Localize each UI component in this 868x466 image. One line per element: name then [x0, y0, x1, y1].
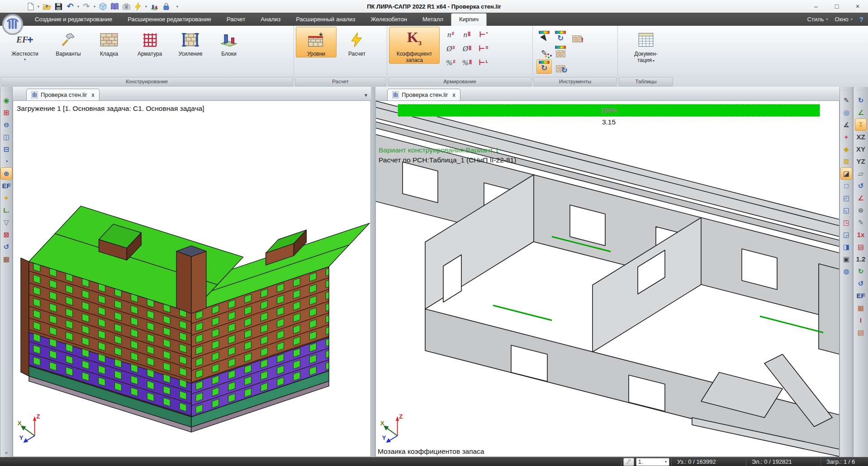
help-button[interactable]: ?: [859, 15, 863, 23]
select-mark-icon[interactable]: ◉: [0, 94, 12, 106]
settings-pencil-icon[interactable]: ✎: [855, 216, 867, 228]
measure-angle-icon[interactable]: ∡: [840, 119, 852, 131]
ribbon-tab[interactable]: Создание и редактирование: [27, 13, 120, 26]
masonry-error-icon[interactable]: !: [569, 29, 584, 44]
isometric-cube-icon[interactable]: [98, 1, 108, 11]
view-top-icon[interactable]: ◲: [840, 228, 852, 241]
anchor-l-icon[interactable]: ⊢L: [475, 58, 491, 72]
safety-factor-button[interactable]: Kз Коэффициентзапаса: [389, 27, 440, 64]
left-doc-tab[interactable]: Проверка стен.lir x: [26, 89, 100, 100]
axes-green-icon[interactable]: ∠: [855, 106, 867, 119]
select-rods-icon[interactable]: ⊖: [0, 119, 12, 131]
node-axes-icon[interactable]: +: [840, 131, 852, 143]
mark-node-icon[interactable]: ◆: [840, 143, 852, 155]
mosaic-refresh-icon[interactable]: ↻: [553, 59, 568, 74]
run-dropdown-icon[interactable]: ▾: [145, 5, 147, 9]
redo-dropdown-icon[interactable]: ▾: [94, 5, 95, 9]
tab-close-icon[interactable]: x: [452, 92, 455, 98]
panel-splitter[interactable]: [371, 87, 375, 457]
drop-view-icon[interactable]: ↧: [855, 119, 867, 131]
masonry-view-icon[interactable]: ▦: [855, 302, 867, 314]
rotate-one-icon[interactable]: ↺: [855, 277, 867, 290]
colorscale-refresh-icon[interactable]: ↻: [536, 59, 552, 74]
ribbon-tab[interactable]: Анализ: [253, 13, 288, 26]
filter-icon[interactable]: ▽: [0, 216, 12, 228]
view-left-icon[interactable]: ◱: [840, 204, 852, 216]
dimension-line-icon[interactable]: L.: [0, 204, 12, 216]
ribbon-tab[interactable]: Расширенный анализ: [288, 13, 363, 26]
window-menu[interactable]: Окно▾: [835, 16, 853, 23]
left-viewport[interactable]: Загружение 1 [1. Основная задача: С1. Ос…: [13, 101, 371, 457]
maximize-button[interactable]: □: [826, 0, 847, 12]
new-document-icon[interactable]: [25, 1, 35, 11]
lock-icon[interactable]: [161, 1, 171, 11]
ef-add-icon[interactable]: EF: [855, 290, 867, 302]
calculate-button[interactable]: Расчет: [337, 27, 377, 57]
flashlight-icon[interactable]: ✦: [0, 192, 12, 204]
select-vertical-plates-icon[interactable]: ◫: [0, 131, 12, 143]
levels-button[interactable]: Уровни: [296, 27, 337, 57]
view-shaded-icon[interactable]: ◨: [840, 241, 852, 253]
select-ef-icon[interactable]: EF: [0, 180, 12, 192]
refresh-mosaic-icon[interactable]: ↻: [553, 29, 568, 44]
ribbon-tab[interactable]: Железобетон: [363, 13, 415, 26]
flatten-model-icon[interactable]: ⊠: [840, 155, 852, 167]
anchor-s-icon[interactable]: ⊢S: [475, 44, 491, 58]
results-bars-icon[interactable]: [149, 1, 159, 11]
run-calculation-icon[interactable]: [133, 1, 143, 11]
select-nodes-icon[interactable]: ⊞: [0, 106, 12, 119]
undo-dropdown-icon[interactable]: ▾: [77, 5, 79, 9]
book-report-icon[interactable]: [109, 1, 119, 11]
save-icon[interactable]: [53, 1, 63, 11]
select-solids-icon[interactable]: ◔: [0, 155, 12, 167]
style-menu[interactable]: Стиль▾: [807, 16, 829, 23]
snapshot-icon[interactable]: [121, 1, 131, 11]
close-button[interactable]: ×: [847, 0, 868, 12]
rotate-green-icon[interactable]: ↻: [855, 265, 867, 277]
numbers-off-icon[interactable]: 1x: [855, 228, 867, 241]
mosaic-cursor-icon[interactable]: [536, 29, 552, 44]
view-isometric-icon[interactable]: ◪: [840, 167, 852, 180]
diameter-grid-icon[interactable]: Ø#: [442, 44, 459, 58]
masonry-small-icon[interactable]: ▤: [855, 326, 867, 338]
polyfilter-icon[interactable]: ⊠: [0, 228, 12, 241]
building-model[interactable]: [13, 101, 370, 456]
view-dimetric-icon[interactable]: ◰: [840, 192, 852, 204]
steel-beam-icon[interactable]: I: [855, 314, 867, 326]
view-perspective-icon[interactable]: ◍: [840, 265, 852, 277]
variants-button[interactable]: Варианты: [48, 27, 89, 57]
ribbon-tab[interactable]: Расширенное редактирование: [120, 13, 219, 26]
open-file-icon[interactable]: [42, 1, 52, 11]
view-solid-icon[interactable]: ▣: [840, 253, 852, 265]
new-dropdown-icon[interactable]: ▾: [38, 5, 39, 9]
redo-icon[interactable]: ↷: [81, 1, 91, 11]
select-block-icon[interactable]: ⊕: [0, 167, 12, 180]
customize-toolbar-icon[interactable]: ▾: [176, 5, 178, 9]
toolbar-overflow-icon[interactable]: »: [5, 450, 8, 455]
masonry-button[interactable]: Кладка: [89, 27, 129, 57]
rotate-ccw-icon[interactable]: ↺: [855, 180, 867, 192]
draw-measure-icon[interactable]: ✎: [840, 94, 852, 106]
projection-plane-icon[interactable]: ▱: [855, 167, 867, 180]
blocks-button[interactable]: Блоки: [211, 27, 247, 57]
flags-2b-icon[interactable]: ▤: [855, 241, 867, 253]
view-selection-icon[interactable]: ◳: [840, 216, 852, 228]
tab-list-dropdown-icon[interactable]: ▼: [364, 93, 368, 98]
view-front-icon[interactable]: □: [840, 180, 852, 192]
proj-xy-icon[interactable]: XY: [855, 143, 867, 155]
masonry-colorscale-icon[interactable]: [553, 44, 568, 59]
percent-bars-icon[interactable]: %|||: [459, 58, 475, 72]
status-hammer-icon[interactable]: [623, 458, 634, 466]
rebar-button[interactable]: Арматура: [129, 27, 170, 57]
rotate-view-icon[interactable]: ↻: [855, 94, 867, 106]
app-logo-icon[interactable]: [2, 14, 24, 35]
right-viewport[interactable]: 100% 3.15 Вариант конструирования:Вариан…: [375, 101, 840, 457]
select-horizontal-plates-icon[interactable]: ⊟: [0, 143, 12, 155]
proj-xz-icon[interactable]: XZ: [855, 131, 867, 143]
rotate-model-icon[interactable]: ↺: [0, 241, 12, 253]
variant-selector[interactable]: 1.▾: [636, 458, 669, 466]
anchor-star-icon[interactable]: ⊢*: [475, 30, 491, 44]
percent-grid-icon[interactable]: %#: [442, 58, 459, 72]
minimize-button[interactable]: –: [806, 0, 826, 12]
right-doc-tab[interactable]: Проверка стен.lir x: [387, 89, 460, 100]
